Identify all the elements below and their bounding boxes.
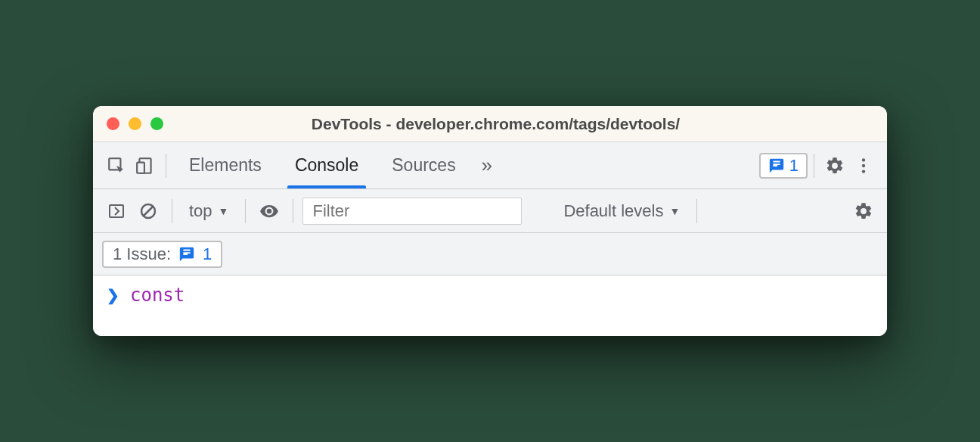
clear-console-icon[interactable] [134, 197, 163, 226]
svg-point-4 [862, 163, 865, 167]
window-title: DevTools - developer.chrome.com/tags/dev… [118, 115, 873, 133]
more-tabs-icon[interactable]: » [473, 151, 501, 180]
tab-elements[interactable]: Elements [172, 142, 278, 188]
svg-line-8 [144, 207, 153, 216]
svg-rect-2 [137, 162, 144, 173]
prompt-caret-icon: ❯ [107, 286, 119, 304]
svg-rect-6 [110, 205, 123, 217]
device-toggle-icon[interactable] [131, 151, 160, 180]
titlebar: DevTools - developer.chrome.com/tags/dev… [93, 106, 887, 142]
devtools-window: DevTools - developer.chrome.com/tags/dev… [93, 106, 887, 336]
message-icon [178, 246, 195, 263]
tab-console[interactable]: Console [278, 142, 375, 188]
live-expression-icon[interactable] [255, 197, 284, 226]
main-tabbar: Elements Console Sources » 1 [93, 142, 887, 189]
context-dropdown[interactable]: top ▼ [181, 201, 236, 221]
inspect-element-icon[interactable] [102, 151, 131, 180]
sidebar-toggle-icon[interactable] [102, 197, 131, 226]
console-settings-gear-icon[interactable] [849, 197, 878, 226]
more-options-icon[interactable] [849, 151, 878, 180]
issues-badge-button[interactable]: 1 [759, 153, 808, 179]
issues-chip[interactable]: 1 Issue: 1 [102, 241, 222, 268]
console-input-text[interactable]: const [130, 285, 185, 306]
issues-bar: 1 Issue: 1 [93, 233, 887, 275]
separator [293, 199, 293, 223]
context-dropdown-label: top [189, 201, 212, 221]
separator [696, 199, 697, 223]
settings-gear-icon[interactable] [820, 151, 849, 180]
separator [245, 199, 246, 223]
issues-badge-count: 1 [789, 156, 799, 176]
log-levels-dropdown[interactable]: Default levels ▼ [556, 201, 687, 221]
chevron-down-icon: ▼ [219, 205, 229, 217]
issues-label: 1 Issue: [113, 244, 171, 264]
issues-count: 1 [203, 244, 212, 264]
console-body[interactable]: ❯ const [93, 275, 887, 336]
separator [172, 199, 172, 223]
svg-point-5 [862, 170, 865, 173]
separator [166, 154, 166, 178]
tab-sources[interactable]: Sources [375, 142, 472, 188]
log-levels-label: Default levels [563, 201, 663, 221]
separator [814, 154, 814, 178]
chevron-down-icon: ▼ [669, 205, 680, 217]
console-toolbar: top ▼ Default levels ▼ [93, 189, 887, 233]
filter-input[interactable] [302, 198, 522, 225]
svg-point-3 [862, 158, 865, 161]
